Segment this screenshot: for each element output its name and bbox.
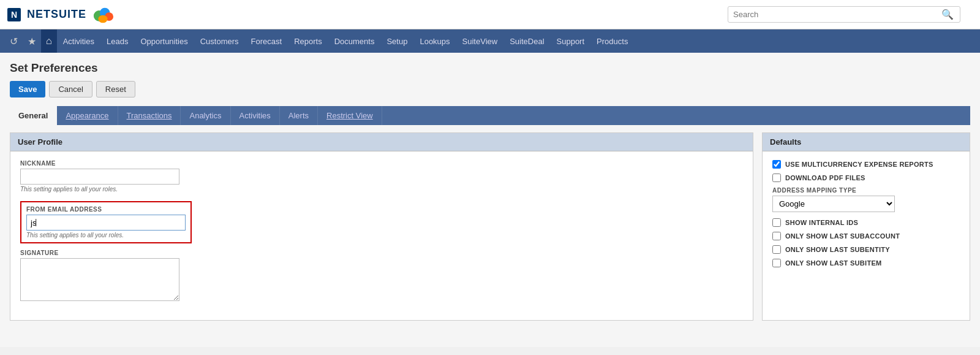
checkbox-pdf-input[interactable] bbox=[772, 174, 781, 182]
cloud-logo-icon bbox=[91, 4, 115, 25]
checkbox-last-subitem-label: ONLY SHOW LAST SUBITEM bbox=[785, 259, 882, 267]
email-field-group-focused: FROM EMAIL ADDRESS | This setting applie… bbox=[20, 201, 192, 243]
nav-item-activities[interactable]: Activities bbox=[57, 29, 100, 53]
checkbox-last-subentity: ONLY SHOW LAST SUBENTITY bbox=[772, 245, 960, 254]
checkbox-internal-ids-input[interactable] bbox=[772, 218, 781, 227]
tab-appearance[interactable]: Appearance bbox=[57, 106, 118, 125]
nav-star-icon[interactable]: ★ bbox=[23, 29, 41, 53]
nav-bar: ↺ ★ ⌂ Activities Leads Opportunities Cus… bbox=[0, 29, 980, 53]
tab-analytics[interactable]: Analytics bbox=[181, 106, 230, 125]
nav-item-suiteview[interactable]: SuiteView bbox=[456, 29, 504, 53]
nickname-label: NICKNAME bbox=[20, 160, 743, 167]
search-input[interactable] bbox=[733, 10, 941, 19]
left-panel-header: User Profile bbox=[10, 133, 753, 151]
action-buttons: Save Cancel Reset bbox=[10, 81, 970, 97]
cancel-button[interactable]: Cancel bbox=[49, 81, 92, 97]
tab-activities[interactable]: Activities bbox=[231, 106, 280, 125]
checkbox-multicurrency: USE MULTICURRENCY EXPENSE REPORTS bbox=[772, 160, 960, 169]
nav-item-opportunities[interactable]: Opportunities bbox=[134, 29, 194, 53]
checkbox-last-subaccount: ONLY SHOW LAST SUBACCOUNT bbox=[772, 232, 960, 240]
address-mapping-select[interactable]: Google Bing MapQuest bbox=[772, 196, 895, 212]
right-panel-header: Defaults bbox=[763, 133, 970, 151]
checkbox-pdf-label: DOWNLOAD PDF FILES bbox=[785, 174, 865, 181]
tab-alerts[interactable]: Alerts bbox=[280, 106, 318, 125]
checkbox-last-subitem: ONLY SHOW LAST SUBITEM bbox=[772, 259, 960, 267]
tab-bar: General Appearance Transactions Analytic… bbox=[10, 106, 970, 125]
nickname-field-group: NICKNAME This setting applies to all you… bbox=[20, 160, 743, 193]
nav-item-forecast[interactable]: Forecast bbox=[245, 29, 288, 53]
checkbox-last-subentity-input[interactable] bbox=[772, 245, 781, 254]
checkbox-internal-ids: SHOW INTERNAL IDS bbox=[772, 218, 960, 227]
tab-transactions[interactable]: Transactions bbox=[118, 106, 181, 125]
right-panel: Defaults USE MULTICURRENCY EXPENSE REPOR… bbox=[762, 132, 970, 321]
email-label: FROM EMAIL ADDRESS bbox=[26, 206, 186, 213]
address-mapping-select-wrapper: Google Bing MapQuest bbox=[772, 196, 960, 212]
right-panel-body: USE MULTICURRENCY EXPENSE REPORTS DOWNLO… bbox=[763, 151, 970, 281]
checkbox-last-subentity-label: ONLY SHOW LAST SUBENTITY bbox=[785, 246, 890, 253]
nav-item-customers[interactable]: Customers bbox=[194, 29, 245, 53]
nav-home-icon[interactable]: ⌂ bbox=[41, 29, 57, 53]
nav-item-reports[interactable]: Reports bbox=[288, 29, 328, 53]
checkbox-last-subaccount-label: ONLY SHOW LAST SUBACCOUNT bbox=[785, 232, 900, 240]
main-layout: User Profile NICKNAME This setting appli… bbox=[10, 132, 970, 321]
nav-refresh-icon[interactable]: ↺ bbox=[5, 29, 23, 53]
nav-item-lookups[interactable]: Lookups bbox=[413, 29, 456, 53]
nickname-hint: This setting applies to all your roles. bbox=[20, 186, 743, 193]
checkbox-internal-ids-label: SHOW INTERNAL IDS bbox=[785, 219, 858, 226]
search-button[interactable]: 🔍 bbox=[941, 9, 954, 20]
search-area: 🔍 bbox=[728, 6, 960, 23]
page-title: Set Preferences bbox=[10, 61, 970, 75]
checkbox-last-subaccount-input[interactable] bbox=[772, 232, 781, 240]
svg-point-3 bbox=[98, 15, 107, 23]
left-panel: User Profile NICKNAME This setting appli… bbox=[10, 132, 753, 321]
left-panel-body: NICKNAME This setting applies to all you… bbox=[10, 151, 753, 320]
logo-area: N NETSUITE bbox=[7, 4, 115, 25]
logo-n-icon: N bbox=[7, 8, 21, 21]
signature-input[interactable] bbox=[20, 258, 179, 301]
tab-general[interactable]: General bbox=[10, 106, 57, 125]
checkbox-multicurrency-label: USE MULTICURRENCY EXPENSE REPORTS bbox=[785, 161, 933, 168]
nav-item-setup[interactable]: Setup bbox=[380, 29, 413, 53]
checkbox-pdf: DOWNLOAD PDF FILES bbox=[772, 174, 960, 182]
nav-item-leads[interactable]: Leads bbox=[100, 29, 134, 53]
tab-restrict-view[interactable]: Restrict View bbox=[318, 106, 382, 125]
checkbox-last-subitem-input[interactable] bbox=[772, 259, 781, 267]
nav-item-support[interactable]: Support bbox=[551, 29, 591, 53]
email-hint: This setting applies to all your roles. bbox=[26, 232, 186, 239]
save-button[interactable]: Save bbox=[10, 81, 45, 97]
top-header: N NETSUITE 🔍 bbox=[0, 0, 980, 29]
signature-field-group: SIGNATURE bbox=[20, 250, 743, 303]
nav-item-products[interactable]: Products bbox=[590, 29, 634, 53]
signature-label: SIGNATURE bbox=[20, 250, 743, 256]
page-content: Set Preferences Save Cancel Reset Genera… bbox=[0, 53, 980, 347]
checkbox-multicurrency-input[interactable] bbox=[772, 160, 781, 169]
nickname-input[interactable] bbox=[20, 169, 179, 185]
email-input[interactable] bbox=[26, 215, 186, 231]
nav-item-documents[interactable]: Documents bbox=[328, 29, 381, 53]
nav-item-suitedeal[interactable]: SuiteDeal bbox=[503, 29, 550, 53]
reset-button[interactable]: Reset bbox=[96, 81, 135, 97]
address-mapping-label: ADDRESS MAPPING TYPE bbox=[772, 187, 960, 194]
logo-text: NETSUITE bbox=[27, 8, 86, 21]
